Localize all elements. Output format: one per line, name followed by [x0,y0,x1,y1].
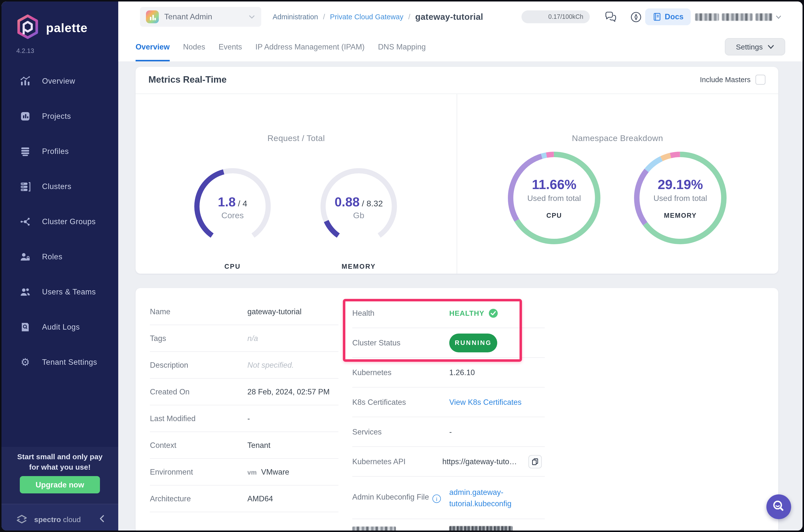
sidebar-item-cluster-groups[interactable]: Cluster Groups [1,204,118,239]
clusters-icon [19,180,31,192]
memory-donut-label: MEMORY [631,212,730,219]
page-title: gateway-tutorial [415,12,483,22]
sidebar-item-label: Projects [42,112,71,120]
chat-icon[interactable] [604,11,617,26]
footer-brand: spectro cloud [34,515,81,524]
pane-divider [457,94,457,274]
memory-donut-percent: 29.19% [631,177,730,192]
sidebar-item-profiles[interactable]: Profiles [1,134,118,169]
sidebar-item-roles[interactable]: Roles [1,239,118,274]
detail-label: Health [352,308,375,318]
main-area: Tenant Admin Administration / Private Cl… [118,1,803,531]
metrics-header: Metrics Real-Time Include Masters [136,67,778,94]
detail-row-kubernetes: Kubernetes 1.26.10 [352,358,545,387]
copy-button[interactable] [529,455,542,468]
collapse-sidebar-icon[interactable] [97,513,107,526]
tab-ipam[interactable]: IP Address Management (IPAM) [255,32,365,61]
memory-gauge-unit: Gb [309,211,408,221]
detail-row-created-on: Created On 28 Feb, 2024, 02:57 PM [150,379,339,405]
breadcrumb-administration[interactable]: Administration [273,13,318,21]
tab-events[interactable]: Events [219,32,242,61]
redacted-username [722,13,752,21]
tenant-admin-icon [146,11,159,23]
cpu-gauge-unit: Cores [183,211,282,221]
project-scope-label: Tenant Admin [164,12,243,21]
docs-button[interactable]: Docs [645,8,691,25]
sidebar-item-users-teams[interactable]: Users & Teams [1,274,118,309]
tab-dns-mapping[interactable]: DNS Mapping [378,32,426,61]
profiles-icon [19,145,31,157]
book-icon [652,12,661,21]
detail-label: Kubernetes [352,368,391,377]
sidebar-item-label: Audit Logs [42,322,80,331]
detail-label: Description [150,361,188,369]
brand-name: palette [46,21,88,35]
detail-value: AMD64 [247,494,273,503]
memory-gauge-total: / 8.32 [362,199,383,208]
memory-gauge-label: MEMORY [342,263,376,270]
detail-row-services: Services - [352,417,545,447]
sidebar-item-tenant-settings[interactable]: ⚙ Tenant Settings [1,344,118,380]
settings-button[interactable]: Settings [725,38,785,55]
detail-row-tags: Tags n/a [150,325,339,352]
memory-gauge-value: 0.88 [334,194,360,209]
app-version: 4.2.13 [16,47,34,54]
cpu-gauge: 1.8 / 4 Cores CPU [183,157,282,256]
breadcrumb-private-cloud-gateway[interactable]: Private Cloud Gateway [330,13,403,21]
sidebar-item-label: Roles [42,252,62,261]
detail-row-description: Description Not specified. [150,352,339,379]
screen: palette 4.2.13 Overview Projects Profil [0,0,804,532]
sidebar-nav: Overview Projects Profiles Clusters [1,63,118,380]
usage-badge: 0.17/100kCh [521,11,590,23]
project-scope-select[interactable]: Tenant Admin [140,7,261,27]
breadcrumb: Administration / Private Cloud Gateway /… [273,1,483,32]
breadcrumb-separator: / [323,13,325,21]
detail-label: Context [150,441,176,450]
redacted-value [449,526,513,531]
detail-row-redacted [352,519,545,531]
redacted-username [755,13,772,21]
cpu-donut-label: CPU [505,212,604,219]
brand-row: palette [16,14,88,41]
detail-row-context: Context Tenant [150,432,339,459]
palette-logo-icon [16,14,39,41]
detail-label: Architecture [150,494,191,503]
roles-icon [19,251,31,263]
compass-icon[interactable] [629,11,643,26]
detail-label: Admin Kubeconfig Filei [352,492,441,503]
detail-row-architecture: Architecture AMD64 [150,486,339,512]
detail-row-cluster-status: Cluster Status RUNNING [352,328,545,358]
detail-row-name: Name gateway-tutorial [150,299,339,325]
admin-kubeconfig-link[interactable]: admin.gateway-tutorial.kubeconfig [449,486,531,509]
detail-value: - [247,414,250,423]
metrics-card: Metrics Real-Time Include Masters Reques… [136,67,778,274]
include-masters-label: Include Masters [700,76,750,84]
app-root: palette 4.2.13 Overview Projects Profil [1,1,803,531]
sidebar-item-projects[interactable]: Projects [1,98,118,134]
details-right-column: Health HEALTHY Cluster Status RUNNING Ku… [352,299,545,531]
tab-overview[interactable]: Overview [136,32,170,61]
sidebar-item-audit-logs[interactable]: Audit Logs [1,309,118,344]
kubernetes-api-value: https://gateway-tuto… [442,457,517,466]
include-masters-checkbox[interactable] [755,75,765,84]
view-k8s-certificates-link[interactable]: View K8s Certificates [449,398,521,406]
top-bar: Tenant Admin Administration / Private Cl… [118,1,803,33]
sidebar: palette 4.2.13 Overview Projects Profil [1,1,118,531]
redacted-label [352,526,396,531]
search-fab-button[interactable] [766,494,791,519]
detail-label: Name [150,307,170,316]
cpu-gauge-value: 1.8 [218,194,235,209]
detail-row-admin-kubeconfig: Admin Kubeconfig Filei admin.gateway-tut… [352,477,545,519]
memory-namespace-donut: 29.19% Used from total MEMORY [631,149,730,247]
upgrade-promo: Start small and only pay for what you us… [1,447,118,504]
projects-icon [19,110,31,122]
audit-logs-icon [19,321,31,333]
sidebar-item-overview[interactable]: Overview [1,63,118,98]
info-icon[interactable]: i [433,495,441,503]
overview-icon [19,75,31,87]
user-menu[interactable] [695,13,782,21]
tab-nodes[interactable]: Nodes [183,32,205,61]
upgrade-now-button[interactable]: Upgrade now [20,476,100,493]
sidebar-item-clusters[interactable]: Clusters [1,169,118,204]
sidebar-footer: spectro cloud [1,504,118,531]
